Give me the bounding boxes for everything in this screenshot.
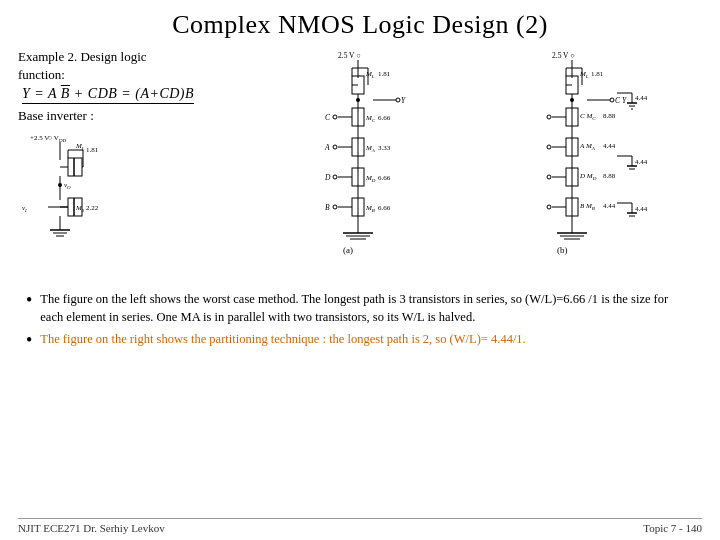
base-inverter-circuit: +2.5 V ○ VDD ML 1.81 vO (18, 130, 118, 260)
svg-rect-5 (68, 158, 82, 176)
svg-point-109 (547, 175, 551, 179)
svg-text:A  MA: A MA (579, 142, 596, 151)
svg-point-84 (610, 98, 614, 102)
svg-point-120 (547, 205, 551, 209)
svg-point-58 (333, 175, 337, 179)
formula-text: Y = A B + CDB = (A+CD)B (22, 86, 194, 104)
svg-text:ML: ML (579, 70, 589, 79)
svg-point-37 (396, 98, 400, 102)
svg-text:C: C (325, 113, 331, 122)
left-circuit-diagram: 2.5 V ○ ML 1.81 Y MC 6.66 (253, 48, 463, 288)
svg-text:8.88: 8.88 (603, 172, 616, 180)
svg-text:+2.5 V: +2.5 V (30, 134, 49, 142)
svg-text:6.66: 6.66 (378, 114, 391, 122)
bullet-dot-1: • (26, 290, 32, 312)
bullet-dot-2: • (26, 330, 32, 352)
svg-point-103 (547, 145, 551, 149)
formula-line: Y = A B + CDB = (A+CD)B (22, 86, 218, 104)
footer-right-text: Topic 7 - 140 (643, 522, 702, 534)
svg-text:4.44: 4.44 (635, 205, 648, 213)
svg-text:ML: ML (365, 70, 375, 79)
svg-text:A: A (324, 143, 330, 152)
svg-text:4.44: 4.44 (603, 142, 616, 150)
svg-text:○ VDD: ○ VDD (48, 134, 67, 143)
svg-text:B: B (325, 203, 330, 212)
svg-text:4.44: 4.44 (603, 202, 616, 210)
svg-text:2.5 V ○: 2.5 V ○ (552, 51, 575, 60)
svg-point-51 (333, 145, 337, 149)
svg-text:2.5 V ○: 2.5 V ○ (338, 51, 361, 60)
bullet-text-1: The figure on the left shows the worst c… (40, 290, 694, 326)
svg-text:4.44: 4.44 (635, 158, 648, 166)
svg-text:4.44: 4.44 (635, 94, 648, 102)
bullet-text-2: The figure on the right shows the partit… (40, 330, 525, 348)
svg-text:D  MD: D MD (579, 172, 597, 181)
svg-text:1.81: 1.81 (86, 146, 99, 154)
svg-text:vO: vO (64, 181, 71, 190)
svg-text:MC: MC (365, 114, 376, 123)
svg-text:8.88: 8.88 (603, 112, 616, 120)
footer: NJIT ECE271 Dr. Serhiy Levkov Topic 7 - … (18, 518, 702, 534)
right-circuit-diagram: 2.5 V ○ ML 1.81 C Y C MC 8.88 (467, 48, 677, 288)
svg-text:2.22: 2.22 (86, 204, 99, 212)
svg-text:1.81: 1.81 (591, 70, 604, 78)
base-inverter-label: Base inverter : (18, 108, 218, 124)
svg-point-91 (547, 115, 551, 119)
svg-text:MS: MS (75, 204, 85, 213)
svg-text:MD: MD (365, 174, 376, 183)
svg-point-44 (333, 115, 337, 119)
svg-text:MA: MA (365, 144, 376, 153)
page: Complex NMOS Logic Design (2) Example 2.… (0, 0, 720, 540)
svg-text:3.33: 3.33 (378, 144, 391, 152)
svg-text:D: D (324, 173, 331, 182)
example-label: Example 2. Design logic function: (18, 48, 218, 84)
svg-text:(a): (a) (343, 245, 353, 255)
page-title: Complex NMOS Logic Design (2) (18, 10, 702, 40)
svg-point-65 (333, 205, 337, 209)
svg-text:6.66: 6.66 (378, 174, 391, 182)
svg-text:1.81: 1.81 (378, 70, 391, 78)
bullet-item-2: • The figure on the right shows the part… (26, 330, 694, 352)
svg-text:(b): (b) (557, 245, 568, 255)
bullet-item-1: • The figure on the left shows the worst… (26, 290, 694, 326)
svg-text:C Y: C Y (615, 96, 627, 105)
svg-text:Y: Y (401, 96, 406, 105)
svg-text:vI: vI (22, 204, 27, 213)
svg-text:6.66: 6.66 (378, 204, 391, 212)
svg-text:B  MB: B MB (580, 202, 595, 211)
svg-text:MB: MB (365, 204, 375, 213)
svg-text:C  MC: C MC (580, 112, 596, 121)
footer-left-text: NJIT ECE271 Dr. Serhiy Levkov (18, 522, 165, 534)
bullet-section: • The figure on the left shows the worst… (18, 290, 702, 352)
